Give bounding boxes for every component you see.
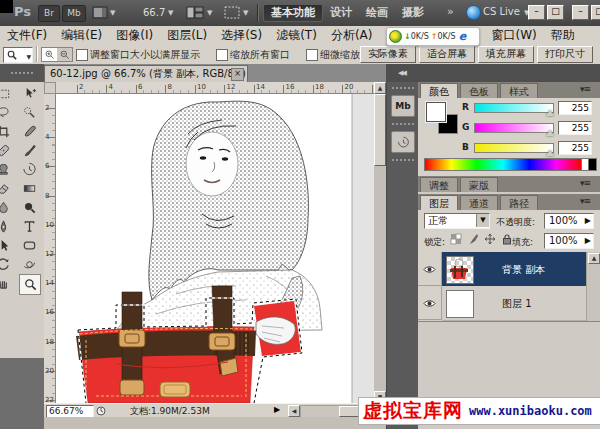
channel-value-G[interactable]: 255 <box>558 121 592 135</box>
option-button-2[interactable]: 填充屏幕 <box>478 46 534 63</box>
vertical-scroll-thumb[interactable] <box>374 94 386 166</box>
option-button-0[interactable]: 实际像素 <box>360 46 416 63</box>
maximize-doc-button[interactable]: □ <box>547 5 564 20</box>
arrange-documents-button[interactable] <box>186 6 204 22</box>
quick-selection-tool[interactable] <box>19 103 39 122</box>
menu-item-1[interactable]: 编辑(E) <box>54 26 109 44</box>
pen-tool[interactable] <box>0 217 13 236</box>
menu-item-2[interactable]: 图像(I) <box>109 26 160 44</box>
workspace-tab-1[interactable]: 设计 <box>323 5 359 21</box>
spectrum-black-swatch[interactable] <box>588 158 597 171</box>
restore-doc-button[interactable]: – <box>528 5 545 20</box>
layer-visibility-toggle[interactable] <box>418 286 442 320</box>
lock-transparency-button[interactable] <box>450 233 463 246</box>
fill-spinner-arrow[interactable]: ▶ <box>585 234 591 247</box>
channel-value-R[interactable]: 255 <box>558 101 592 115</box>
adjustments-panel-menu-icon[interactable]: ▾≡ <box>580 178 590 188</box>
menu-item-6[interactable]: 分析(A) <box>324 26 380 44</box>
rectangular-marquee-tool[interactable] <box>0 84 13 103</box>
layer-thumbnail[interactable] <box>446 290 474 318</box>
eraser-tool[interactable] <box>0 179 13 198</box>
path-selection-tool[interactable] <box>0 236 13 255</box>
foreground-color-well[interactable] <box>426 102 446 122</box>
option-button-1[interactable]: 适合屏幕 <box>419 46 475 63</box>
opacity-spinner-arrow[interactable]: ▶ <box>585 214 591 227</box>
crop-tool[interactable] <box>0 122 13 141</box>
color-panel-menu-icon[interactable]: ▾≡ <box>580 84 590 94</box>
opacity-field[interactable]: 100% ▶ <box>544 213 594 229</box>
adjustments-tab-1[interactable]: 蒙版 <box>460 177 498 192</box>
bridge-button[interactable]: Br <box>38 5 60 22</box>
option-checkbox-2[interactable] <box>306 49 318 61</box>
workspace-tab-2[interactable]: 绘画 <box>359 5 395 21</box>
blur-tool[interactable] <box>0 198 13 217</box>
layer-row-0[interactable]: 背景 副本 <box>418 252 586 286</box>
color-spectrum-ramp[interactable] <box>424 158 582 171</box>
menu-item-0[interactable]: 文件(F) <box>0 26 54 44</box>
layer-list-scrollbar[interactable]: ▲ <box>586 252 600 321</box>
type-tool[interactable] <box>19 217 39 236</box>
menu-item-9[interactable]: 窗口(W) <box>485 26 544 44</box>
option-checkbox-1[interactable] <box>216 49 228 61</box>
zoom-level-dropdown-arrow[interactable]: ▼ <box>168 9 173 17</box>
zoom-in-mode-button[interactable] <box>42 48 57 61</box>
eyedropper-tool[interactable] <box>19 122 39 141</box>
mini-bridge-button[interactable]: Mb <box>62 5 86 22</box>
lasso-tool[interactable] <box>0 103 13 122</box>
zoom-level-value[interactable]: 66.7 <box>143 7 165 18</box>
vertical-scrollbar[interactable]: ▲ ▼ <box>374 82 386 403</box>
option-button-3[interactable]: 打印尺寸 <box>537 46 593 63</box>
option-checkbox-0[interactable] <box>76 49 88 61</box>
cs-live-label[interactable]: CS Live <box>483 6 520 17</box>
maximize-button[interactable]: □ <box>591 5 600 20</box>
minimize-button[interactable]: – <box>572 5 589 20</box>
zoom-out-mode-button[interactable] <box>57 48 72 61</box>
lock-position-button[interactable] <box>484 233 497 246</box>
layers-tab-2[interactable]: 路径 <box>500 195 538 210</box>
layers-tab-1[interactable]: 通道 <box>460 195 498 210</box>
menu-item-5[interactable]: 滤镜(T) <box>269 26 324 44</box>
shape-tool[interactable] <box>19 236 39 255</box>
toolbar-header[interactable] <box>0 64 44 82</box>
blend-mode-select[interactable]: 正常 ▼ <box>424 213 490 229</box>
layer-row-1[interactable]: 图层 1 <box>418 286 586 320</box>
color-tab-0[interactable]: 颜色 <box>420 83 458 98</box>
workspace-overflow-button[interactable]: » <box>447 5 454 18</box>
layer-visibility-toggle[interactable] <box>418 252 442 286</box>
layer-thumbnail[interactable] <box>446 256 474 284</box>
history-brush-tool[interactable] <box>19 160 39 179</box>
rotate-view-tool[interactable] <box>0 255 13 274</box>
arrange-documents-dropdown-arrow[interactable]: ▼ <box>207 9 212 17</box>
document-tab[interactable]: 60-12.jpg @ 66.7% (背景 副本, RGB/8#) * × <box>44 65 248 83</box>
browser-icon[interactable]: e <box>459 30 466 43</box>
channel-slider-G[interactable] <box>474 123 554 133</box>
3d-orbit-tool[interactable] <box>19 255 39 274</box>
hand-tool[interactable] <box>0 274 13 293</box>
brush-tool[interactable] <box>19 141 39 160</box>
clone-stamp-tool[interactable] <box>0 160 13 179</box>
collapse-panels-button[interactable]: ◀◀ <box>398 69 405 77</box>
dodge-tool[interactable] <box>19 198 39 217</box>
channel-slider-thumb-R[interactable] <box>546 110 554 116</box>
color-tab-2[interactable]: 样式 <box>500 83 538 98</box>
adjustments-tab-0[interactable]: 调整 <box>420 177 458 192</box>
scroll-left-button[interactable]: ◀ <box>288 405 300 417</box>
lock-paint-button[interactable] <box>467 233 480 246</box>
screen-mode-button[interactable] <box>224 6 240 22</box>
layer-scroll-up-button[interactable]: ▲ <box>588 253 600 264</box>
layers-panel-menu-icon[interactable]: ▾≡ <box>580 196 590 206</box>
view-extras-dropdown-arrow[interactable]: ▼ <box>110 9 115 17</box>
view-extras-button[interactable] <box>92 6 108 22</box>
channel-slider-R[interactable] <box>474 103 554 113</box>
history-brush-dock-button[interactable] <box>391 131 415 153</box>
mini-bridge-dock-button[interactable]: Mb <box>391 95 415 117</box>
channel-slider-thumb-G[interactable] <box>546 130 554 136</box>
zoom-tool[interactable] <box>19 274 41 295</box>
layers-tab-0[interactable]: 图层 <box>420 195 458 210</box>
menu-item-4[interactable]: 选择(S) <box>214 26 269 44</box>
menu-item-3[interactable]: 图层(L) <box>160 26 214 44</box>
tool-preset-picker[interactable]: ▼ <box>3 47 33 63</box>
document-close-button[interactable]: × <box>231 68 244 81</box>
channel-slider-B[interactable] <box>474 143 554 153</box>
status-options-arrow[interactable]: ▶ <box>274 405 280 414</box>
